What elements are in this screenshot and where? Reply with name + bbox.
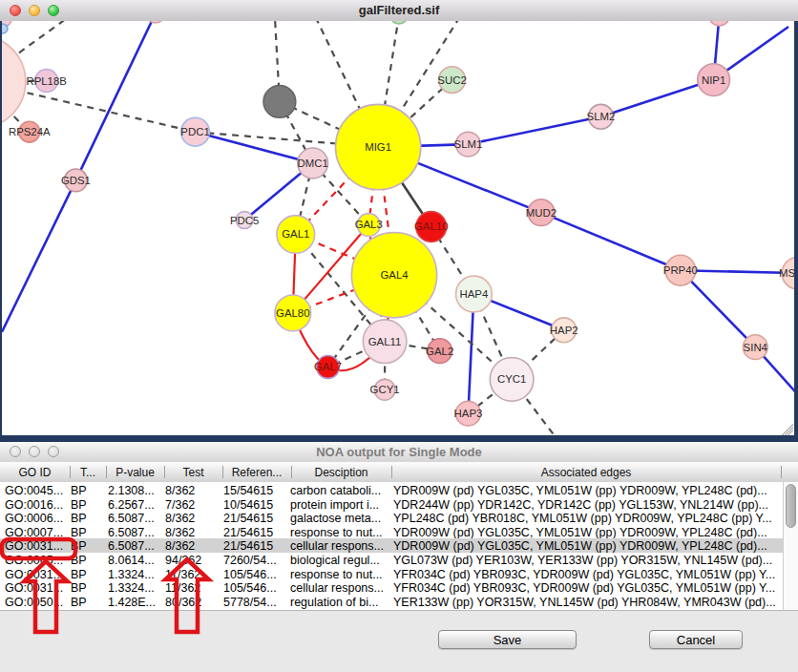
cell: YDR009W (pd) YGL035C, YML051W (pp) YDR00… — [393, 539, 767, 553]
node-label-SUC2: SUC2 — [437, 74, 466, 86]
cell: BP — [71, 539, 87, 553]
column-header-desciption[interactable]: Desciption — [291, 466, 391, 479]
network-canvas[interactable]: RPL18BRPS24AGDS1PDC1DMC1MIG1SUC2SLM1SLM2… — [0, 21, 798, 442]
cell: biological regul... — [290, 554, 380, 567]
node-label-GAL80: GAL80 — [276, 307, 310, 319]
cell: BP — [71, 596, 87, 609]
column-header-t-[interactable]: T... — [70, 466, 106, 479]
cell: GO:0031... — [5, 568, 63, 581]
node-N_TOP1[interactable] — [146, 21, 165, 23]
cell: 1.3324... — [108, 568, 155, 581]
column-separator — [106, 466, 107, 478]
node-label-GAL1: GAL1 — [282, 228, 309, 240]
cell: BP — [71, 581, 87, 595]
cell: 94/362 — [165, 554, 201, 567]
scrollbar-thumb[interactable] — [786, 484, 796, 528]
cancel-button[interactable]: Cancel — [649, 630, 743, 649]
cell: YER133W (pp) YOR315W, YNL145W (pd) YHR08… — [393, 596, 776, 609]
column-header-p-value[interactable]: P-value — [106, 466, 164, 479]
node-label-DMC1: DMC1 — [297, 158, 327, 169]
column-header-associated-edges[interactable]: Associated edges — [391, 466, 781, 479]
cell: YFR034C (pd) YBR093C, YDR009W (pd) YGL03… — [393, 568, 775, 581]
node-DARK[interactable] — [263, 86, 296, 118]
cell: GO:0065... — [5, 554, 63, 567]
cell: GO:0007... — [5, 526, 63, 539]
table-row[interactable]: GO:0031...BP1.3324...11/362105/546...cel… — [0, 580, 783, 595]
cell: protein import i... — [290, 498, 379, 512]
column-separator — [291, 466, 292, 478]
cell: 80/362 — [165, 596, 201, 609]
table-row[interactable]: GO:0006...BP6.5087...8/36221/54615galact… — [0, 511, 783, 525]
cell: BP — [71, 484, 87, 497]
vertical-scrollbar[interactable] — [783, 482, 798, 610]
cell: galactose meta... — [290, 512, 381, 525]
cell: response to nut... — [290, 568, 383, 581]
noa-output-window: NOA output for Single Mode GO IDT...P-va… — [0, 442, 798, 672]
node-label-RPS24A: RPS24A — [9, 126, 51, 137]
cell: GO:0031... — [5, 581, 63, 595]
cell: cellular respons... — [290, 581, 384, 595]
column-header-referen-[interactable]: Referen... — [222, 466, 291, 479]
cell: 5778/54... — [223, 596, 277, 609]
cell: BP — [71, 526, 87, 539]
results-table: GO:0045...BP2.1308...8/36215/54615carbon… — [0, 482, 783, 610]
cell: cellular respons... — [290, 539, 384, 553]
table-header: GO IDT...P-valueTestReferen...Desciption… — [0, 462, 798, 483]
network-window: galFiltered.sif RPL18BRPS24AGDS1PDC1DMC1… — [0, 0, 798, 442]
table-row-selected[interactable]: GO:0031...BP6.5087...8/36221/54615cellul… — [0, 538, 783, 553]
cell: 105/546... — [223, 568, 277, 581]
window-title: galFiltered.sif — [0, 3, 798, 17]
node-label-SIN4: SIN4 — [744, 342, 768, 353]
cell: BP — [71, 512, 87, 525]
table-row[interactable]: GO:0016...BP6.2567...7/36210/54615protei… — [0, 497, 783, 512]
edge-blue — [600, 80, 713, 117]
node-label-PDC5: PDC5 — [230, 215, 259, 226]
edge-blue — [2, 180, 75, 332]
save-button[interactable]: Save — [438, 630, 577, 649]
network-window-titlebar[interactable]: galFiltered.sif — [0, 0, 798, 22]
cell: regulation of bi... — [290, 596, 378, 609]
noa-window-titlebar[interactable]: NOA output for Single Mode — [0, 442, 798, 463]
cell: YDR009W (pd) YGL035C, YML051W (pp) YDR00… — [393, 526, 767, 539]
cell: 21/54615 — [223, 512, 273, 525]
column-header-go-id[interactable]: GO ID — [0, 466, 70, 479]
cell: 105/546... — [223, 581, 277, 595]
cell: YFR034C (pd) YBR093C, YDR009W (pd) YGL03… — [393, 581, 775, 595]
node-label-SLM1: SLM1 — [454, 138, 483, 150]
node-N_GREEN[interactable] — [390, 21, 408, 24]
node-C2[interactable] — [2, 24, 8, 33]
table-row[interactable]: GO:0007...BP6.5087...8/36221/54615respon… — [0, 525, 783, 539]
node-label-RPL18B: RPL18B — [26, 75, 66, 87]
node-label-GCY1: GCY1 — [370, 384, 400, 395]
cell: 6.5087... — [108, 512, 155, 525]
node-N_TOP3[interactable] — [709, 21, 730, 26]
node-label-MUD2: MUD2 — [526, 207, 556, 219]
node-label-GDS1: GDS1 — [61, 175, 91, 186]
edge-blue — [468, 116, 600, 144]
cell: response to nut... — [290, 526, 383, 539]
column-separator — [781, 466, 782, 478]
table-row[interactable]: GO:0031...BP1.3324...11/362105/546...res… — [0, 567, 783, 581]
edge-blue — [196, 132, 313, 163]
cell: 1.3324... — [108, 581, 155, 595]
node-BIG[interactable] — [2, 35, 26, 128]
cell: 8/362 — [165, 539, 195, 553]
cell: YDR009W (pd) YGL035C, YML051W (pp) YDR00… — [393, 484, 767, 497]
cell: GO:0006... — [5, 512, 63, 525]
cell: 21/54615 — [223, 539, 273, 553]
resize-grip[interactable] — [778, 420, 794, 435]
table-row[interactable]: GO:0065...BP8.0614...94/3627260/54...bio… — [0, 553, 783, 567]
node-label-MIG1: MIG1 — [365, 141, 391, 153]
column-separator — [164, 466, 165, 478]
column-header-test[interactable]: Test — [164, 466, 222, 479]
cell: GO:0050... — [5, 596, 63, 609]
node-label-GAL7: GAL7 — [314, 361, 342, 372]
cell: 2.1308... — [108, 484, 155, 497]
table-row[interactable]: GO:0045...BP2.1308...8/36215/54615carbon… — [0, 483, 783, 497]
cell: GO:0031... — [5, 539, 63, 553]
node-label-GAL3: GAL3 — [355, 219, 383, 230]
node-label-CYC1: CYC1 — [497, 373, 526, 385]
edge-blue — [681, 270, 755, 346]
cell: 1.428E... — [108, 596, 156, 609]
table-row[interactable]: GO:0050...BP1.428E...80/3625778/54...reg… — [0, 595, 783, 609]
